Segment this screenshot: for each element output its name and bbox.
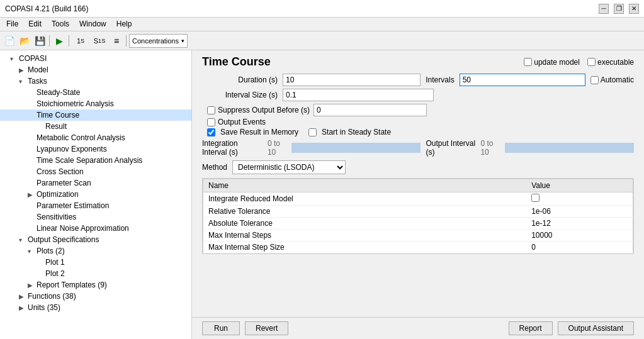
sidebar-item-result[interactable]: Result <box>0 121 191 132</box>
toolbar-sep-3 <box>126 35 127 47</box>
bottom-left: Run Revert <box>202 321 288 335</box>
sidebar-item-cross-section[interactable]: Cross Section <box>0 166 191 177</box>
output-assistant-button[interactable]: Output Assistant <box>558 321 634 335</box>
start-steady-label: Start in Steady State <box>322 128 391 136</box>
output-interval-bar <box>505 143 634 153</box>
sidebar-item-time-course[interactable]: Time Course <box>0 109 191 121</box>
revert-button[interactable]: Revert <box>245 321 288 335</box>
sidebar-item-functions[interactable]: ▶ Functions (38) <box>0 291 191 302</box>
sidebar-item-sensitivities[interactable]: Sensitivities <box>0 211 191 223</box>
menu-edit[interactable]: Edit <box>25 19 45 30</box>
sidebar-item-output-specs[interactable]: ▾ Output Specifications <box>0 234 191 245</box>
sidebar-item-metabolic[interactable]: Metabolic Control Analysis <box>0 132 191 143</box>
run-button[interactable]: Run <box>202 321 240 335</box>
param-name-max-step-size: Max Internal Step Size <box>203 242 527 253</box>
sidebar-label-lyapunov: Lyapunov Exponents <box>37 145 107 153</box>
executable-checkbox[interactable] <box>587 58 596 66</box>
toolbar-s1[interactable]: 1S <box>72 34 89 48</box>
interval-size-row: Interval Size (s) <box>202 89 634 101</box>
save-result-checkbox[interactable] <box>207 128 215 136</box>
concentrations-dropdown[interactable]: Concentrations ▾ <box>129 34 188 48</box>
output-interval-range: 0 to 10 <box>480 139 499 157</box>
param-value-max-step-size: 0 <box>526 242 633 253</box>
sidebar-label-plots: Plots (2) <box>37 247 65 255</box>
suppress-label: Suppress Output Before (s) <box>218 106 310 114</box>
sidebar-item-time-scale[interactable]: Time Scale Separation Analysis <box>0 155 191 166</box>
menu-file[interactable]: File <box>3 19 22 30</box>
sidebar-item-plot1[interactable]: Plot 1 <box>0 257 191 268</box>
sidebar-item-units[interactable]: ▶ Units (35) <box>0 302 191 313</box>
toolbar-sep-2 <box>69 35 69 47</box>
suppress-input[interactable] <box>314 104 427 116</box>
report-button[interactable]: Report <box>509 321 553 335</box>
save-button[interactable]: 💾 <box>33 34 47 48</box>
sidebar-label-param-scan: Parameter Scan <box>37 179 91 187</box>
menu-tools[interactable]: Tools <box>48 19 73 30</box>
intervals-input[interactable] <box>460 74 585 86</box>
interval-size-input[interactable] <box>283 89 434 101</box>
sidebar-item-model[interactable]: ▶ Model <box>0 64 191 75</box>
sidebar-label-copasi: COPASI <box>19 54 47 63</box>
param-name-max-steps: Max Internal Steps <box>203 230 527 242</box>
close-button[interactable]: ✕ <box>629 4 639 14</box>
integrate-reduced-checkbox[interactable] <box>531 194 539 202</box>
toggle-model: ▶ <box>19 67 28 74</box>
update-model-label[interactable]: update model <box>524 58 580 67</box>
executable-label[interactable]: executable <box>587 58 634 67</box>
toggle-optimization: ▶ <box>28 191 37 198</box>
toolbar-s2[interactable]: S1S <box>91 34 108 48</box>
new-button[interactable]: 📄 <box>3 34 16 48</box>
param-value-integrate[interactable] <box>526 192 633 206</box>
sidebar-item-copasi[interactable]: ▾ COPASI <box>0 53 191 64</box>
toggle-output-specs: ▾ <box>19 236 28 243</box>
interval-bars-row: Integration Interval (s) 0 to 10 Output … <box>202 139 634 157</box>
automatic-label[interactable]: Automatic <box>590 75 634 84</box>
params-table-container: Name Value Integrate Reduced Model Relat… <box>202 178 634 254</box>
table-row: Absolute Tolerance 1e-12 <box>203 218 633 230</box>
sidebar-item-steady-state[interactable]: Steady-State <box>0 87 191 98</box>
sidebar-label-sensitivities: Sensitivities <box>37 213 76 221</box>
duration-input[interactable] <box>283 74 421 86</box>
menu-help[interactable]: Help <box>113 19 136 30</box>
tc-header: Time Course update model executable <box>192 50 644 71</box>
run-button[interactable]: ▶ <box>52 34 66 48</box>
bottom-bar: Run Revert Report Output Assistant <box>192 317 644 339</box>
save-result-row: Save Result in Memory Start in Steady St… <box>207 128 634 136</box>
maximize-button[interactable]: ❐ <box>614 4 624 14</box>
sidebar-item-linear-noise[interactable]: Linear Noise Approximation <box>0 223 191 234</box>
col-value: Value <box>526 179 633 192</box>
save-result-label: Save Result in Memory <box>220 128 298 136</box>
automatic-checkbox[interactable] <box>590 76 599 84</box>
sidebar-label-metabolic: Metabolic Control Analysis <box>37 133 125 142</box>
output-interval-label: Output Interval (s) <box>426 139 475 157</box>
output-events-checkbox[interactable] <box>207 118 215 126</box>
start-steady-checkbox[interactable] <box>308 128 317 136</box>
sidebar-item-param-scan[interactable]: Parameter Scan <box>0 177 191 189</box>
param-name-integrate: Integrate Reduced Model <box>203 192 527 206</box>
output-events-row: Output Events <box>207 118 634 126</box>
suppress-checkbox[interactable] <box>207 106 215 114</box>
minimize-button[interactable]: ─ <box>599 4 609 14</box>
duration-label: Duration (s) <box>202 75 278 84</box>
interval-size-label: Interval Size (s) <box>202 91 278 99</box>
sidebar-item-lyapunov[interactable]: Lyapunov Exponents <box>0 143 191 155</box>
sidebar-item-tasks[interactable]: ▾ Tasks <box>0 75 191 87</box>
method-select[interactable]: Deterministic (LSODA) Stochastic Hybrid <box>232 160 346 174</box>
table-row: Max Internal Step Size 0 <box>203 242 633 253</box>
sidebar-item-report-templates[interactable]: ▶ Report Templates (9) <box>0 279 191 291</box>
open-button[interactable]: 📂 <box>18 34 31 48</box>
method-row: Method Deterministic (LSODA) Stochastic … <box>202 160 634 174</box>
toolbar-table[interactable]: ≡ <box>110 34 123 48</box>
update-model-checkbox[interactable] <box>524 58 532 66</box>
table-row: Max Internal Steps 10000 <box>203 230 633 242</box>
sidebar-item-param-est[interactable]: Parameter Estimation <box>0 200 191 211</box>
sidebar-item-stoich[interactable]: Stoichiometric Analysis <box>0 98 191 109</box>
table-row: Relative Tolerance 1e-06 <box>203 206 633 218</box>
menu-window[interactable]: Window <box>76 19 110 30</box>
sidebar-item-optimization[interactable]: ▶ Optimization <box>0 189 191 200</box>
sidebar-item-plots[interactable]: ▾ Plots (2) <box>0 245 191 257</box>
sidebar-item-plot2[interactable]: Plot 2 <box>0 268 191 279</box>
param-value-rel-tol: 1e-06 <box>526 206 633 218</box>
concentrations-label: Concentrations <box>132 37 179 45</box>
integration-interval-range: 0 to 10 <box>268 139 286 157</box>
